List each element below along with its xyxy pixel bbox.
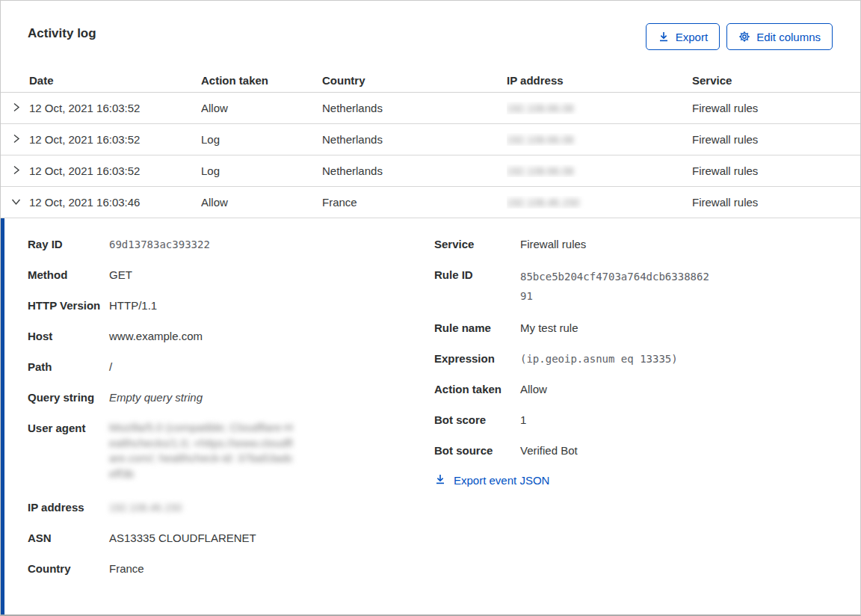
export-button-label: Export — [676, 31, 708, 43]
field-label: Ray ID — [28, 236, 109, 253]
field-label: ASN — [28, 530, 109, 546]
cell-action-taken: Log — [201, 133, 322, 146]
cell-service: Firewall rules — [692, 133, 860, 146]
detail-field-bot-source: Bot source Verified Bot — [434, 443, 860, 459]
field-value: France — [109, 561, 144, 577]
field-value: 85bce5b204cf4703a764dcb633886291 — [520, 267, 712, 306]
chevron-right-icon — [10, 164, 22, 178]
chevron-down-icon — [10, 196, 22, 209]
field-label: Bot score — [434, 412, 520, 428]
field-label: Rule name — [434, 320, 520, 336]
detail-field-asn: ASN AS13335 CLOUDFLARENET — [28, 530, 434, 546]
expand-toggle[interactable] — [1, 164, 29, 178]
field-label: Method — [28, 267, 109, 283]
detail-field-bot-score: Bot score 1 — [434, 412, 860, 428]
field-label: Path — [28, 359, 109, 375]
cell-country: France — [322, 196, 507, 209]
field-value: Firewall rules — [520, 236, 586, 253]
field-label: IP address — [28, 499, 109, 516]
table-row-expanded[interactable]: 12 Oct, 2021 16:03:46 Allow France 192.1… — [1, 187, 860, 218]
expand-toggle[interactable] — [1, 102, 29, 115]
detail-field-http-version: HTTP Version HTTP/1.1 — [28, 298, 434, 314]
detail-field-rule-id: Rule ID 85bce5b204cf4703a764dcb633886291 — [434, 267, 860, 306]
activity-table: Date Action taken Country IP address Ser… — [1, 68, 860, 218]
field-value: AS13335 CLOUDFLARENET — [109, 530, 256, 546]
detail-right-column: Service Firewall rules Rule ID 85bce5b20… — [434, 236, 860, 615]
field-value-redacted: 192.108.46.150 — [109, 499, 182, 516]
field-value: GET — [109, 267, 132, 283]
cell-date: 12 Oct, 2021 16:03:46 — [29, 196, 201, 209]
cell-ip-address-redacted: 192.108.66.08 — [507, 164, 692, 177]
col-header-action-taken: Action taken — [201, 74, 322, 87]
field-value: Empty query string — [109, 389, 203, 406]
field-label: Expression — [434, 351, 520, 367]
export-button[interactable]: Export — [646, 23, 720, 50]
cell-service: Firewall rules — [692, 164, 860, 177]
field-label: Service — [434, 236, 520, 253]
export-event-json-label: Export event JSON — [454, 474, 549, 487]
cell-country: Netherlands — [322, 133, 507, 146]
field-value: Allow — [520, 381, 547, 398]
cell-date: 12 Oct, 2021 16:03:52 — [29, 164, 201, 177]
page-title: Activity log — [28, 26, 96, 41]
collapse-toggle[interactable] — [1, 196, 29, 209]
field-value: Verified Bot — [520, 443, 578, 459]
header: Activity log Export Edit c — [1, 1, 860, 68]
gear-icon — [738, 31, 750, 43]
table-row[interactable]: 12 Oct, 2021 16:03:52 Log Netherlands 19… — [1, 124, 860, 155]
detail-field-user-agent: User agent Mozilla/5.0 (compatible; Clou… — [28, 420, 434, 481]
chevron-right-icon — [10, 133, 22, 147]
col-header-service: Service — [692, 74, 860, 87]
cell-service: Firewall rules — [692, 102, 860, 114]
cell-date: 12 Oct, 2021 16:03:52 — [29, 133, 201, 146]
detail-field-country: Country France — [28, 561, 434, 577]
cell-action-taken: Log — [201, 164, 322, 177]
detail-field-rule-name: Rule name My test rule — [434, 320, 860, 336]
cell-action-taken: Allow — [201, 196, 322, 209]
detail-field-query-string: Query string Empty query string — [28, 389, 434, 406]
download-icon — [434, 473, 446, 487]
detail-field-host: Host www.example.com — [28, 328, 434, 345]
table-row[interactable]: 12 Oct, 2021 16:03:52 Log Netherlands 19… — [1, 155, 860, 187]
detail-field-action-taken: Action taken Allow — [434, 381, 860, 398]
field-label: Bot source — [434, 443, 520, 459]
detail-field-ray-id: Ray ID 69d13783ac393322 — [28, 236, 434, 253]
cell-ip-address-redacted: 192.108.66.08 — [507, 133, 692, 146]
detail-field-method: Method GET — [28, 267, 434, 283]
field-value: www.example.com — [109, 328, 203, 345]
edit-columns-button-label: Edit columns — [756, 31, 821, 43]
table-row[interactable]: 12 Oct, 2021 16:03:52 Allow Netherlands … — [1, 93, 860, 124]
export-event-json-link[interactable]: Export event JSON — [434, 473, 549, 487]
detail-field-ip-address: IP address 192.108.46.150 — [28, 499, 434, 516]
col-header-ip-address: IP address — [507, 74, 692, 87]
field-value: 69d13783ac393322 — [109, 236, 210, 253]
cell-ip-address-redacted: 192.108.66.08 — [507, 102, 692, 114]
field-label: Host — [28, 328, 109, 345]
cell-action-taken: Allow — [201, 102, 322, 114]
detail-field-service: Service Firewall rules — [434, 236, 860, 253]
col-header-date: Date — [29, 74, 201, 87]
table-header-row: Date Action taken Country IP address Ser… — [1, 68, 860, 93]
col-header-country: Country — [322, 74, 507, 87]
cell-country: Netherlands — [322, 164, 507, 177]
event-detail-panel: Ray ID 69d13783ac393322 Method GET HTTP … — [1, 218, 860, 615]
field-value: / — [109, 359, 112, 375]
field-value: 1 — [520, 412, 526, 428]
field-label: Country — [28, 561, 109, 577]
detail-field-expression: Expression (ip.geoip.asnum eq 13335) — [434, 351, 860, 367]
expand-toggle[interactable] — [1, 133, 29, 147]
activity-log-panel: Activity log Export Edit c — [0, 0, 861, 616]
field-value: My test rule — [520, 320, 578, 336]
cell-country: Netherlands — [322, 102, 507, 114]
cell-service: Firewall rules — [692, 196, 860, 209]
detail-field-path: Path / — [28, 359, 434, 375]
field-label: Query string — [28, 389, 109, 406]
field-label: Rule ID — [434, 267, 520, 306]
edit-columns-button[interactable]: Edit columns — [726, 23, 833, 50]
field-label: HTTP Version — [28, 298, 109, 314]
detail-left-column: Ray ID 69d13783ac393322 Method GET HTTP … — [28, 236, 434, 615]
cell-ip-address-redacted: 192.108.46.150 — [507, 196, 692, 209]
chevron-right-icon — [10, 102, 22, 115]
cell-date: 12 Oct, 2021 16:03:52 — [29, 102, 201, 114]
header-actions: Export Edit columns — [646, 23, 833, 50]
